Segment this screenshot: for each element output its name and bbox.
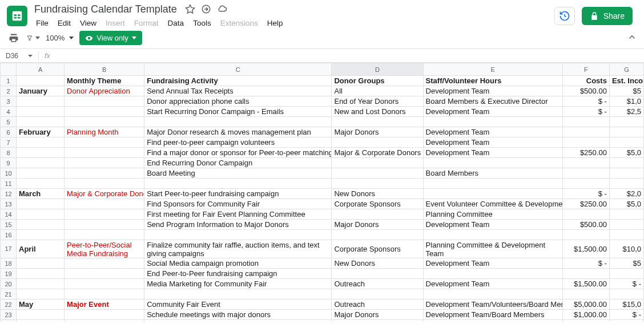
spreadsheet-grid[interactable]: ABCDEFG 1Monthly ThemeFundraising Activi…	[0, 63, 644, 322]
cell[interactable]: Costs	[562, 76, 609, 86]
cell[interactable]: Event Volunteer Committee & Development …	[423, 199, 562, 209]
history-icon[interactable]	[554, 7, 575, 25]
cell[interactable]	[65, 230, 144, 240]
cell[interactable]	[17, 289, 65, 299]
cell[interactable]	[332, 158, 423, 168]
row-header[interactable]: 19	[1, 269, 17, 279]
cell[interactable]	[17, 168, 65, 179]
zoom-selector[interactable]: 100%	[46, 34, 74, 42]
menu-edit[interactable]: Edit	[54, 17, 75, 30]
cloud-icon[interactable]	[217, 4, 227, 14]
cell[interactable]	[332, 168, 423, 179]
menu-view[interactable]: View	[76, 17, 100, 30]
cell[interactable]	[332, 269, 423, 279]
row-header[interactable]: 20	[1, 279, 17, 289]
cell[interactable]: Monthly Theme	[65, 76, 144, 86]
cell[interactable]: Planning Committee	[423, 209, 562, 220]
cell[interactable]: Start Peer-to-peer fundraising campaign	[144, 189, 332, 199]
sheets-app-icon[interactable]	[7, 6, 27, 26]
cell[interactable]: Fundraising Activity	[144, 76, 332, 86]
cell[interactable]	[65, 209, 144, 220]
cell[interactable]: $10,0	[609, 240, 643, 258]
cell[interactable]: New Donors	[332, 258, 423, 269]
cell[interactable]: Donor Appreciation	[65, 86, 144, 96]
cell[interactable]: Major & Corporate Donors	[332, 148, 423, 158]
cell[interactable]: $15,0	[609, 299, 643, 310]
cell[interactable]: Development Team	[423, 279, 562, 289]
cell[interactable]	[17, 158, 65, 168]
share-button[interactable]: Share	[582, 7, 633, 25]
print-icon[interactable]	[7, 31, 21, 45]
cell[interactable]: $ -	[562, 107, 609, 117]
cell[interactable]: Corporate Sponsors	[332, 199, 423, 209]
row-header[interactable]: 4	[1, 107, 17, 117]
cell[interactable]	[609, 289, 643, 299]
cell[interactable]	[423, 320, 562, 322]
cell[interactable]: Development Team/Board Members	[423, 310, 562, 320]
cell[interactable]	[562, 320, 609, 322]
cell[interactable]	[17, 96, 65, 107]
cell[interactable]: Send Program Information to Major Donors	[144, 220, 332, 230]
cell[interactable]	[332, 320, 423, 322]
cell[interactable]	[144, 179, 332, 189]
row-header[interactable]: 3	[1, 96, 17, 107]
cell[interactable]	[65, 199, 144, 209]
cell[interactable]	[423, 230, 562, 240]
cell[interactable]: Planning Month	[65, 127, 144, 137]
cell[interactable]	[65, 158, 144, 168]
cell[interactable]	[609, 158, 643, 168]
row-header[interactable]: 13	[1, 199, 17, 209]
cell[interactable]	[17, 209, 65, 220]
cell[interactable]	[17, 107, 65, 117]
cell[interactable]: First meeting for Fair Event Planning Co…	[144, 209, 332, 220]
cell[interactable]: Development Team	[423, 86, 562, 96]
cell[interactable]	[423, 189, 562, 199]
row-header[interactable]: 8	[1, 148, 17, 158]
row-header[interactable]: 2	[1, 86, 17, 96]
cell[interactable]: Donor Groups	[332, 76, 423, 86]
cell[interactable]	[609, 168, 643, 179]
name-box[interactable]: D36	[0, 52, 39, 60]
cell[interactable]: Major Donors	[332, 220, 423, 230]
cell[interactable]: Major Event	[65, 299, 144, 310]
cell[interactable]	[65, 168, 144, 179]
cell[interactable]	[65, 107, 144, 117]
cell[interactable]	[65, 310, 144, 320]
cell[interactable]: Media Marketing for Community Fair	[144, 279, 332, 289]
cell[interactable]: New Donors	[332, 189, 423, 199]
menu-data[interactable]: Data	[164, 17, 188, 30]
cell[interactable]: Major Donor research & moves management …	[144, 127, 332, 137]
cell[interactable]: Staff/Volunteer Hours	[423, 76, 562, 86]
cell[interactable]	[562, 289, 609, 299]
cell[interactable]: Find peer-to-peer campaign volunteers	[144, 137, 332, 148]
row-header[interactable]: 7	[1, 137, 17, 148]
column-header-D[interactable]: D	[332, 63, 423, 76]
cell[interactable]	[562, 230, 609, 240]
cell[interactable]: $1,000.00	[562, 310, 609, 320]
cell[interactable]: $500.00	[562, 220, 609, 230]
cell[interactable]: Outreach	[332, 299, 423, 310]
row-header[interactable]: 1	[1, 76, 17, 86]
menu-tools[interactable]: Tools	[189, 17, 215, 30]
cell[interactable]	[65, 137, 144, 148]
cell[interactable]	[609, 179, 643, 189]
cell[interactable]	[423, 269, 562, 279]
cell[interactable]	[17, 230, 65, 240]
cell[interactable]	[17, 179, 65, 189]
cell[interactable]	[609, 220, 643, 230]
row-header[interactable]: 10	[1, 168, 17, 179]
cell[interactable]	[17, 258, 65, 269]
column-header-B[interactable]: B	[65, 63, 144, 76]
cell[interactable]: Peer-to-Peer/Social Media Fundraising	[65, 240, 144, 258]
menu-help[interactable]: Help	[263, 17, 287, 30]
cell[interactable]	[609, 117, 643, 127]
cell[interactable]	[609, 320, 643, 322]
cell[interactable]: Board Meeting	[144, 320, 332, 322]
cell[interactable]: $ -	[609, 279, 643, 289]
cell[interactable]: Community Fair Event	[144, 299, 332, 310]
cell[interactable]: $5,0	[609, 199, 643, 209]
cell[interactable]	[332, 137, 423, 148]
cell[interactable]	[562, 137, 609, 148]
row-header[interactable]: 9	[1, 158, 17, 168]
row-header[interactable]: 14	[1, 209, 17, 220]
